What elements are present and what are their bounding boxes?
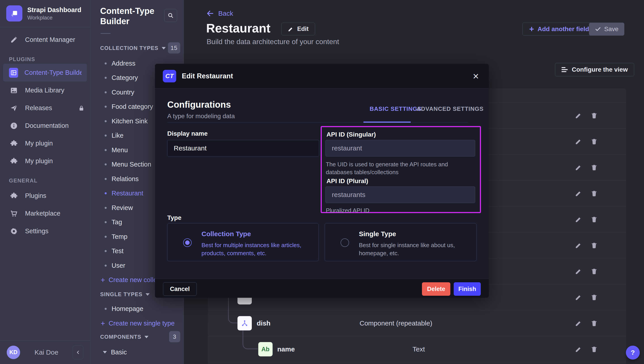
chevron-down-icon <box>162 47 166 50</box>
save-button[interactable]: Save <box>589 23 624 36</box>
edit-row-icon[interactable] <box>574 319 583 328</box>
sidebar-item-plugins[interactable]: Plugins <box>0 187 90 205</box>
edit-row-icon[interactable] <box>574 293 583 302</box>
app-brand: Strapi Dashboard Workplace <box>0 0 90 27</box>
puzzle-icon <box>9 156 19 166</box>
component-group-basic[interactable]: Basic <box>90 345 184 359</box>
delete-row-icon[interactable] <box>590 267 598 276</box>
single-type-desc: Best for single instance like about us, … <box>359 241 484 257</box>
sidebar-item-documentation[interactable]: Documentation <box>0 117 90 134</box>
close-icon[interactable]: × <box>470 70 482 82</box>
cart-icon <box>9 209 19 219</box>
edit-row-icon[interactable] <box>574 241 583 250</box>
radio-unselected-icon[interactable] <box>340 238 349 247</box>
builder-title: Content-Type Builder <box>100 6 163 27</box>
configure-the-view-button[interactable]: Configure the view <box>555 63 634 76</box>
tab-basic-settings[interactable]: BASIC SETTINGS <box>370 105 422 112</box>
tree-connector <box>242 330 258 349</box>
delete-row-icon[interactable] <box>590 111 598 120</box>
sidebar-item-releases[interactable]: Releases <box>0 99 90 117</box>
components-header[interactable]: COMPONENTS 3 <box>100 332 180 341</box>
content-type-badge: CT <box>163 70 176 82</box>
display-name-input[interactable] <box>167 140 319 156</box>
collection-type-card[interactable]: Collection Type Best for multiple instan… <box>167 223 319 261</box>
avatar: KD <box>7 346 20 359</box>
delete-row-icon[interactable] <box>590 241 598 250</box>
add-another-field-button[interactable]: + Add another field <box>522 23 596 36</box>
create-single-type-link[interactable]: + Create new single type <box>90 316 184 331</box>
plus-icon: + <box>100 319 105 327</box>
sidebar-item-content-type-builder[interactable]: Content-Type Builder <box>3 64 87 81</box>
sidebar-item-media-library[interactable]: Media Library <box>0 81 90 99</box>
search-button[interactable] <box>164 9 177 22</box>
info-icon <box>9 121 19 131</box>
component-icon <box>238 316 252 330</box>
sidebar-section-general: GENERAL <box>0 176 90 185</box>
bullet-icon <box>105 163 107 165</box>
sidebar-item-settings[interactable]: Settings <box>0 222 90 240</box>
bullet-icon <box>105 308 107 310</box>
user-area: KD Kai Doe <box>0 340 90 364</box>
app-subtitle: Workplace <box>27 14 82 21</box>
image-icon <box>9 86 19 95</box>
delete-button[interactable]: Delete <box>422 282 450 296</box>
components-count: 3 <box>169 331 180 342</box>
help-button[interactable]: ? <box>626 346 640 359</box>
api-id-plural-input[interactable] <box>325 187 475 203</box>
app-title: Strapi Dashboard <box>27 6 82 14</box>
plus-icon: + <box>529 25 534 33</box>
edit-row-icon[interactable] <box>574 345 583 354</box>
delete-row-icon[interactable] <box>590 137 598 146</box>
sidebar-item-my-plugin-1[interactable]: My plugin <box>0 134 90 152</box>
edit-row-icon[interactable] <box>574 111 583 120</box>
bullet-icon <box>105 149 107 151</box>
field-name: name <box>277 336 295 362</box>
bullet-icon <box>105 91 107 93</box>
edit-row-icon[interactable] <box>574 163 583 172</box>
delete-row-icon[interactable] <box>590 319 598 328</box>
edit-row-icon[interactable] <box>574 137 583 146</box>
edit-row-icon[interactable] <box>574 267 583 276</box>
page-title: Restaurant <box>206 21 270 35</box>
edit-row-icon[interactable] <box>574 189 583 198</box>
pencil-icon <box>288 26 294 32</box>
radio-selected-icon[interactable] <box>183 238 192 247</box>
divider <box>167 122 468 122</box>
tab-advanced-settings[interactable]: ADVANCED SETTINGS <box>416 105 484 112</box>
bullet-icon <box>105 178 107 180</box>
api-id-plural-label: API ID (Plural) <box>326 177 368 185</box>
arrow-left-icon <box>206 10 214 18</box>
divider <box>100 33 110 34</box>
filter-lines-icon <box>562 66 568 73</box>
finish-button[interactable]: Finish <box>454 282 481 296</box>
collection-type-desc: Best for multiple instances like article… <box>202 241 311 257</box>
single-type-card[interactable]: Single Type Best for single instance lik… <box>325 223 476 261</box>
back-link[interactable]: Back <box>206 10 233 18</box>
table-row-name: Ab name Text <box>208 336 626 362</box>
delete-row-icon[interactable] <box>590 189 598 198</box>
table-row-dish: dish Component (repeatable) <box>208 310 626 336</box>
delete-row-icon[interactable] <box>590 215 598 224</box>
configurations-subheading: A type for modeling data <box>167 113 235 120</box>
delete-row-icon[interactable] <box>590 163 598 172</box>
display-name-label: Display name <box>167 130 208 137</box>
strapi-logo-icon <box>6 5 22 22</box>
plus-icon: + <box>100 276 105 284</box>
api-id-singular-input[interactable] <box>325 140 475 156</box>
single-type-title: Single Type <box>359 230 396 238</box>
sidebar-item-my-plugin-2[interactable]: My plugin <box>0 152 90 170</box>
delete-row-icon[interactable] <box>590 345 598 354</box>
text-field-icon: Ab <box>258 342 272 356</box>
delete-row-icon[interactable] <box>590 293 598 302</box>
puzzle-icon <box>9 139 19 148</box>
single-type-item-homepage[interactable]: Homepage <box>90 302 184 316</box>
cancel-button[interactable]: Cancel <box>163 282 197 296</box>
bullet-icon <box>105 134 107 136</box>
collection-types-header[interactable]: COLLECTION TYPES 15 <box>100 44 180 53</box>
edit-button[interactable]: Edit <box>281 23 315 35</box>
edit-row-icon[interactable] <box>574 215 583 224</box>
collapse-sidebar-button[interactable] <box>73 345 84 359</box>
bullet-icon <box>105 192 107 194</box>
sidebar-item-marketplace[interactable]: Marketplace <box>0 205 90 222</box>
sidebar-item-content-manager[interactable]: Content Manager <box>0 31 90 49</box>
